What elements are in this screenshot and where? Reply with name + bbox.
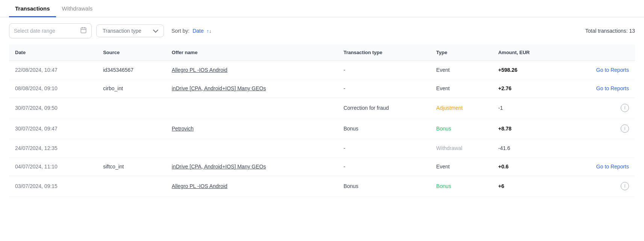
cell-source — [97, 118, 166, 139]
cell-action[interactable]: Go to Reports — [562, 61, 635, 79]
tab-bar: Transactions Withdrawals — [0, 0, 644, 17]
cell-type: Bonus — [430, 176, 492, 197]
cell-date: 22/08/2024, 10:47 — [9, 61, 97, 79]
col-header-type: Type — [430, 44, 492, 61]
svg-rect-0 — [81, 28, 86, 33]
go-to-reports-link[interactable]: Go to Reports — [596, 85, 629, 91]
cell-date: 03/07/2024, 09:15 — [9, 176, 97, 197]
table-row: 30/07/2024, 09:50Correction for fraudAdj… — [9, 98, 635, 118]
tab-withdrawals[interactable]: Withdrawals — [56, 0, 99, 17]
cell-date: 24/07/2024, 12:35 — [9, 139, 97, 158]
info-icon[interactable]: i — [621, 104, 629, 112]
table-row: 04/07/2024, 11:10siftco_intinDrive [CPA,… — [9, 158, 635, 176]
col-header-source: Source — [97, 44, 166, 61]
cell-action — [562, 139, 635, 158]
cell-date: 08/08/2024, 09:10 — [9, 79, 97, 98]
tab-transactions[interactable]: Transactions — [9, 0, 56, 17]
col-header-date: Date — [9, 44, 97, 61]
cell-transaction-type: Bonus — [338, 118, 430, 139]
cell-action[interactable]: i — [562, 176, 635, 197]
tabs-container: Transactions Withdrawals — [0, 0, 644, 17]
cell-type: Bonus — [430, 118, 492, 139]
cell-offer-name[interactable]: Allegro PL -IOS Android — [166, 61, 338, 79]
table-row: 08/08/2024, 09:10cirbo_intinDrive [CPA, … — [9, 79, 635, 98]
cell-offer-name — [166, 98, 338, 118]
info-icon[interactable]: i — [621, 182, 629, 190]
cell-offer-name — [166, 139, 338, 158]
filters-bar: Select date range Transaction type Sort … — [0, 17, 644, 44]
calendar-icon — [80, 27, 87, 35]
table-row: 30/07/2024, 09:47PetrovichBonusBonus+8.7… — [9, 118, 635, 139]
cell-offer-name[interactable]: Petrovich — [166, 118, 338, 139]
table-header-row: Date Source Offer name Transaction type … — [9, 44, 635, 61]
date-placeholder: Select date range — [14, 28, 77, 34]
transaction-type-dropdown[interactable]: Transaction type — [96, 24, 164, 37]
col-header-transaction-type: Transaction type — [338, 44, 430, 61]
info-icon[interactable]: i — [621, 124, 629, 133]
cell-source: siftco_int — [97, 158, 166, 176]
cell-source — [97, 98, 166, 118]
cell-action[interactable]: Go to Reports — [562, 158, 635, 176]
cell-transaction-type: - — [338, 139, 430, 158]
cell-offer-name[interactable]: inDrive [CPA, Android+IOS] Many GEOs — [166, 158, 338, 176]
go-to-reports-link[interactable]: Go to Reports — [596, 164, 629, 170]
col-header-amount: Amount, EUR — [492, 44, 562, 61]
total-transactions-label: Total transactions: 13 — [585, 28, 635, 34]
sort-key[interactable]: Date — [192, 28, 204, 34]
transactions-table: Date Source Offer name Transaction type … — [9, 44, 635, 197]
sort-label: Sort by: Date ↑↓ — [171, 28, 212, 34]
cell-source — [97, 176, 166, 197]
cell-transaction-type: - — [338, 61, 430, 79]
table-row: 03/07/2024, 09:15Allegro PL -IOS Android… — [9, 176, 635, 197]
transaction-type-placeholder: Transaction type — [103, 28, 141, 34]
cell-date: 04/07/2024, 11:10 — [9, 158, 97, 176]
cell-transaction-type: Bonus — [338, 176, 430, 197]
cell-type: Adjustment — [430, 98, 492, 118]
cell-amount: +0.6 — [492, 158, 562, 176]
cell-source — [97, 139, 166, 158]
cell-amount: +6 — [492, 176, 562, 197]
cell-transaction-type: - — [338, 79, 430, 98]
table-row: 22/08/2024, 10:47id345346567Allegro PL -… — [9, 61, 635, 79]
sort-arrows-icon[interactable]: ↑↓ — [207, 28, 212, 34]
cell-offer-name[interactable]: Allegro PL -IOS Android — [166, 176, 338, 197]
go-to-reports-link[interactable]: Go to Reports — [596, 67, 629, 73]
cell-type: Withdrawal — [430, 139, 492, 158]
cell-amount: +8.78 — [492, 118, 562, 139]
cell-source: id345346567 — [97, 61, 166, 79]
cell-date: 30/07/2024, 09:47 — [9, 118, 97, 139]
cell-amount: +598.26 — [492, 61, 562, 79]
cell-action[interactable]: i — [562, 118, 635, 139]
cell-action[interactable]: i — [562, 98, 635, 118]
date-range-input[interactable]: Select date range — [9, 23, 92, 38]
cell-type: Event — [430, 61, 492, 79]
cell-action[interactable]: Go to Reports — [562, 79, 635, 98]
table-row: 24/07/2024, 12:35-Withdrawal-41.6 — [9, 139, 635, 158]
cell-amount: +2.76 — [492, 79, 562, 98]
cell-type: Event — [430, 158, 492, 176]
cell-type: Event — [430, 79, 492, 98]
cell-source: cirbo_int — [97, 79, 166, 98]
col-header-actions — [562, 44, 635, 61]
cell-transaction-type: - — [338, 158, 430, 176]
chevron-down-icon — [153, 27, 158, 33]
cell-transaction-type: Correction for fraud — [338, 98, 430, 118]
transactions-table-container: Date Source Offer name Transaction type … — [0, 44, 644, 197]
col-header-offer-name: Offer name — [166, 44, 338, 61]
cell-amount: -1 — [492, 98, 562, 118]
cell-date: 30/07/2024, 09:50 — [9, 98, 97, 118]
cell-amount: -41.6 — [492, 139, 562, 158]
cell-offer-name[interactable]: inDrive [CPA, Android+IOS] Many GEOs — [166, 79, 338, 98]
